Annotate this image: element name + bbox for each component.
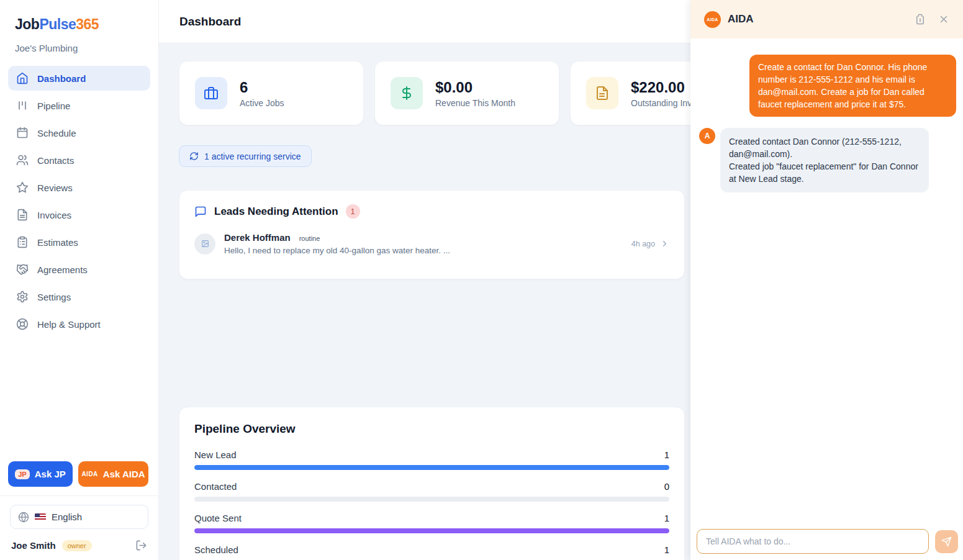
stat-value: $0.00 bbox=[435, 79, 515, 96]
stage-label: Contacted bbox=[194, 481, 237, 492]
sidebar-item-label: Settings bbox=[37, 292, 71, 302]
stage-value: 1 bbox=[664, 544, 669, 555]
aida-command-input[interactable] bbox=[697, 529, 929, 554]
send-icon bbox=[941, 536, 952, 547]
pipeline-title: Pipeline Overview bbox=[194, 422, 669, 436]
home-icon bbox=[16, 72, 29, 84]
stat-card-revenue: $0.00 Revenue This Month bbox=[374, 61, 559, 125]
pipeline-stage-scheduled: Scheduled 1 bbox=[194, 544, 669, 560]
close-icon[interactable] bbox=[938, 14, 949, 25]
company-name: Joe's Plumbing bbox=[15, 43, 143, 53]
pipeline-icon bbox=[16, 99, 29, 112]
logo-part-job: Job bbox=[15, 16, 39, 32]
stage-bar-fill bbox=[194, 528, 669, 533]
ask-aida-label: Ask AIDA bbox=[103, 469, 145, 479]
ask-jp-button[interactable]: JP Ask JP bbox=[8, 461, 73, 487]
invoice-icon bbox=[595, 86, 610, 101]
aida-header: AIDA AIDA bbox=[690, 0, 963, 38]
recurring-service-button[interactable]: 1 active recurring service bbox=[179, 145, 312, 167]
pipeline-stage-quote-sent: Quote Sent 1 bbox=[194, 513, 669, 533]
handshake-icon bbox=[16, 263, 29, 276]
role-badge: owner bbox=[62, 540, 92, 551]
aida-input-bar bbox=[690, 523, 963, 560]
stage-value: 1 bbox=[664, 513, 669, 523]
stat-label: Revenue This Month bbox=[435, 98, 515, 108]
avatar bbox=[194, 233, 215, 255]
sidebar-item-reviews[interactable]: Reviews bbox=[8, 175, 150, 200]
stage-label: New Lead bbox=[194, 449, 237, 460]
app-logo: JobPulse365 bbox=[15, 16, 143, 33]
recurring-service-label: 1 active recurring service bbox=[204, 151, 301, 161]
stat-value: $220.00 bbox=[631, 79, 692, 96]
file-text-icon bbox=[16, 209, 29, 221]
sidebar-item-label: Contacts bbox=[37, 155, 74, 166]
sidebar-item-contacts[interactable]: Contacts bbox=[8, 148, 150, 173]
clipboard-icon bbox=[16, 236, 29, 248]
refresh-icon bbox=[189, 151, 199, 161]
lead-timestamp: 4h ago bbox=[631, 240, 655, 248]
language-selector[interactable]: English bbox=[10, 505, 148, 529]
sidebar-item-label: Agreements bbox=[37, 264, 88, 275]
jp-badge: JP bbox=[15, 469, 29, 479]
aida-badge: AIDA bbox=[81, 471, 97, 477]
sidebar-footer: JP Ask JP AIDA Ask AIDA English Joe Smit… bbox=[0, 461, 158, 560]
stats-row: 6 Active Jobs $0.00 Revenue This Month bbox=[179, 61, 765, 125]
lead-message: Hello, I need to replace my old 40-gallo… bbox=[224, 246, 450, 255]
aida-logo-icon: AIDA bbox=[704, 11, 721, 28]
page-title: Dashboard bbox=[179, 15, 241, 29]
stat-label: Active Jobs bbox=[240, 98, 284, 108]
sidebar-item-schedule[interactable]: Schedule bbox=[8, 120, 150, 145]
leads-title: Leads Needing Attention bbox=[214, 205, 338, 218]
gear-icon bbox=[16, 291, 29, 303]
sidebar-item-label: Help & Support bbox=[37, 319, 101, 330]
lead-list-item[interactable]: Derek Hoffman routine Hello, I need to r… bbox=[194, 232, 669, 255]
language-label: English bbox=[52, 512, 82, 522]
image-placeholder-icon bbox=[201, 240, 209, 248]
message-square-icon bbox=[194, 205, 207, 218]
sidebar-item-pipeline[interactable]: Pipeline bbox=[8, 93, 150, 118]
aida-assistant-avatar: A bbox=[699, 128, 715, 144]
main-area: Dashboard 6 Active Jobs $0.00 Revenue Th… bbox=[159, 0, 690, 560]
stage-bar-fill bbox=[194, 465, 669, 470]
page-header: Dashboard bbox=[159, 0, 690, 43]
life-buoy-icon bbox=[16, 318, 29, 330]
user-row: Joe Smith owner bbox=[10, 540, 148, 551]
chat-message-assistant: Created contact Dan Connor (212-555-1212… bbox=[720, 128, 929, 192]
aida-title: AIDA bbox=[728, 13, 754, 25]
logout-icon[interactable] bbox=[135, 540, 147, 551]
sidebar-nav: Dashboard Pipeline Schedule Contacts Rev… bbox=[0, 66, 158, 461]
calendar-icon bbox=[16, 127, 29, 139]
pipeline-stage-new-lead: New Lead 1 bbox=[194, 449, 669, 470]
lead-name: Derek Hoffman bbox=[224, 232, 291, 243]
users-icon bbox=[16, 154, 29, 166]
sidebar-item-dashboard[interactable]: Dashboard bbox=[8, 66, 150, 91]
send-button[interactable] bbox=[935, 530, 958, 553]
stat-card-active-jobs: 6 Active Jobs bbox=[179, 61, 364, 125]
trash-icon[interactable] bbox=[915, 14, 926, 25]
chevron-right-icon bbox=[660, 239, 669, 248]
sidebar-item-agreements[interactable]: Agreements bbox=[8, 257, 150, 282]
ask-jp-label: Ask JP bbox=[35, 469, 66, 479]
sidebar-item-invoices[interactable]: Invoices bbox=[8, 202, 150, 227]
sidebar-item-settings[interactable]: Settings bbox=[8, 284, 150, 309]
sidebar-item-help-support[interactable]: Help & Support bbox=[8, 312, 150, 336]
sidebar-item-label: Schedule bbox=[37, 128, 76, 138]
stage-bar-track bbox=[194, 497, 669, 502]
sidebar-item-estimates[interactable]: Estimates bbox=[8, 230, 150, 255]
pipeline-overview-card: Pipeline Overview New Lead 1 Contacted 0… bbox=[179, 407, 685, 560]
stage-label: Scheduled bbox=[194, 544, 238, 555]
globe-icon bbox=[18, 512, 29, 523]
aida-message-list: Create a contact for Dan Connor. His pho… bbox=[690, 38, 963, 523]
stat-label: Outstanding Inv bbox=[631, 98, 692, 108]
stage-label: Quote Sent bbox=[194, 513, 242, 523]
pipeline-stage-contacted: Contacted 0 bbox=[194, 481, 669, 502]
sidebar-item-label: Pipeline bbox=[37, 101, 70, 111]
stage-value: 0 bbox=[664, 481, 669, 492]
user-name: Joe Smith bbox=[11, 540, 56, 551]
aida-panel: AIDA AIDA Create a contact for Dan Conno… bbox=[690, 0, 963, 560]
sidebar-item-label: Dashboard bbox=[37, 73, 86, 84]
ask-aida-button[interactable]: AIDA Ask AIDA bbox=[78, 461, 148, 487]
lead-tag: routine bbox=[299, 235, 320, 242]
leads-card: Leads Needing Attention 1 Derek Hoffman … bbox=[179, 190, 685, 279]
sidebar-item-label: Reviews bbox=[37, 183, 73, 193]
